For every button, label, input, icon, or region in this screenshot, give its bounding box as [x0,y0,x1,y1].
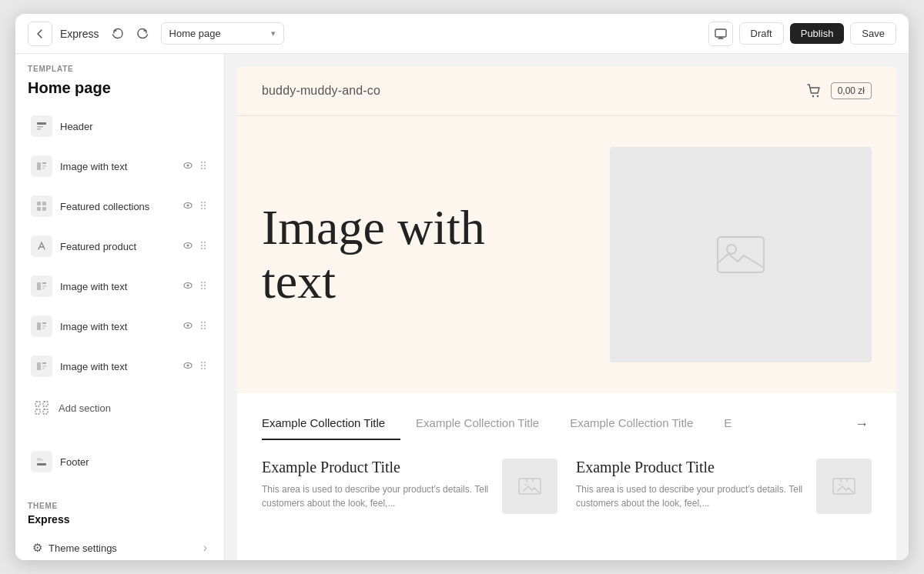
svg-rect-50 [42,325,46,327]
add-section-icon [31,397,52,419]
page-selector[interactable]: Home page ▾ [161,22,284,45]
sidebar-item-fc-label: Featured collections [60,201,173,212]
eye-button-iwt3[interactable] [181,319,195,335]
svg-point-65 [187,364,189,366]
svg-point-79 [812,95,813,97]
product-desc-1: This area is used to describe your produ… [576,482,804,510]
product-image-0 [502,459,557,514]
save-button[interactable]: Save [850,22,896,45]
add-section-button[interactable]: Add section [22,389,218,426]
svg-rect-39 [42,288,45,289]
svg-rect-36 [37,282,41,290]
sidebar-item-image-with-text-4[interactable]: Image with text [22,348,218,385]
sidebar-item-iwt2-actions [181,279,209,295]
collections-tabs-nav: → [852,413,872,436]
featured-product-icon [31,235,52,257]
sidebar-item-featured-collections[interactable]: Featured collections [22,188,218,225]
sidebar-page-title: Home page [15,76,224,106]
svg-rect-3 [37,128,41,130]
sidebar-item-header[interactable]: Header [22,108,218,145]
cart-price: 0,00 zł [831,82,872,99]
collections-next-arrow[interactable]: → [852,413,872,436]
drag-button-iwt2[interactable] [198,279,209,295]
svg-rect-38 [42,285,46,287]
svg-point-67 [204,362,206,363]
monitor-button[interactable] [708,22,733,46]
svg-point-23 [204,202,206,203]
svg-rect-51 [42,328,45,329]
collection-tab-3[interactable]: E [724,409,735,440]
theme-settings-row[interactable]: ⚙ Theme settings › [22,533,218,560]
publish-button[interactable]: Publish [790,23,845,44]
sidebar-item-image-with-text-1[interactable]: Image with text [22,148,218,185]
undo-button[interactable] [107,23,129,45]
collections-section: Example Collection Title Example Collect… [237,393,896,440]
svg-rect-17 [42,202,46,205]
collection-tab-2[interactable]: Example Collection Title [570,409,708,440]
eye-button-iwt1[interactable] [181,159,195,175]
sidebar: TEMPLATE Home page Header Image with tex… [15,54,225,560]
hero-text: Image with text [262,201,579,309]
svg-rect-49 [42,322,46,324]
svg-rect-19 [42,207,46,211]
eye-button-iwt4[interactable] [181,359,195,375]
redo-button[interactable] [132,23,153,45]
svg-rect-75 [43,409,48,414]
app-name: Express [60,28,99,40]
sidebar-item-image-with-text-3[interactable]: Image with text [22,308,218,345]
sidebar-item-footer[interactable]: Footer [22,443,218,480]
collection-tab-1[interactable]: Example Collection Title [416,409,554,440]
chevron-down-icon: ▾ [271,28,276,38]
svg-rect-61 [42,362,46,364]
svg-point-30 [201,242,203,243]
svg-point-58 [201,328,203,329]
svg-point-13 [204,165,206,166]
product-title-1: Example Product Title [576,459,804,476]
theme-name: Express [15,512,224,532]
collection-tab-0[interactable]: Example Collection Title [262,409,400,440]
product-info-1: Example Product Title This area is used … [576,459,804,510]
undo-redo-group [107,23,153,45]
featured-collections-icon [31,195,52,217]
sidebar-item-image-with-text-2[interactable]: Image with text [22,268,218,305]
sidebar-item-fc-actions [181,199,209,215]
drag-button-iwt4[interactable] [198,359,209,375]
svg-rect-7 [42,168,45,169]
svg-point-45 [204,285,206,286]
eye-button-fp[interactable] [181,239,195,255]
svg-rect-83 [519,479,541,494]
product-card-0: Example Product Title This area is used … [262,459,557,514]
drag-button-iwt1[interactable] [198,159,209,175]
svg-point-35 [204,248,206,249]
sidebar-item-iwt4-label: Image with text [60,361,173,372]
sidebar-item-featured-product[interactable]: Featured product [22,228,218,265]
sidebar-item-header-label: Header [60,121,209,132]
top-bar-right: Draft Publish Save [708,22,896,46]
svg-point-29 [187,244,189,246]
svg-rect-18 [37,207,41,211]
svg-point-27 [204,208,206,209]
theme-settings-label: Theme settings [49,542,117,554]
product-card-1: Example Product Title This area is used … [576,459,872,514]
svg-point-15 [204,168,206,169]
back-button[interactable] [28,22,52,46]
draft-button[interactable]: Draft [739,22,784,45]
main-layout: TEMPLATE Home page Header Image with tex… [15,54,909,560]
drag-button-iwt3[interactable] [198,319,209,335]
product-image-1 [816,459,872,514]
svg-point-33 [204,245,206,246]
svg-point-82 [727,245,736,254]
drag-button-fp[interactable] [198,239,209,255]
collections-tabs: Example Collection Title Example Collect… [262,409,872,440]
svg-rect-48 [37,322,41,330]
drag-button-fc[interactable] [198,199,209,215]
eye-button-fc[interactable] [181,199,195,215]
svg-point-46 [201,288,203,289]
store-header: buddy-muddy-and-co 0,00 zł [237,66,896,116]
svg-rect-0 [715,29,726,37]
product-info-0: Example Product Title This area is used … [262,459,490,510]
svg-point-70 [201,368,203,369]
svg-point-12 [201,165,203,166]
sidebar-item-fp-label: Featured product [60,241,173,252]
eye-button-iwt2[interactable] [181,279,195,295]
